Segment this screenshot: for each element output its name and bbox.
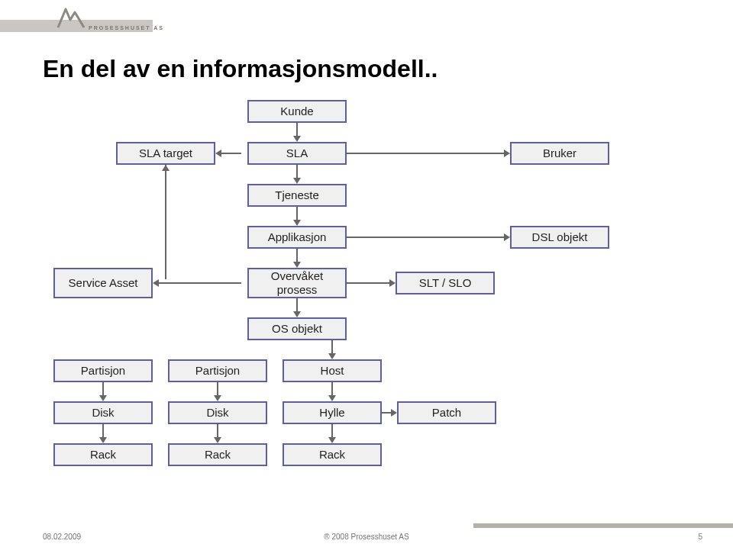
node-partisjon-2: Partisjon — [168, 359, 267, 382]
conn-line — [296, 249, 298, 262]
page-title: En del av en informasjonsmodell.. — [43, 55, 690, 83]
node-disk-2: Disk — [168, 401, 267, 424]
node-host: Host — [283, 359, 382, 382]
arrow-down-icon — [293, 262, 301, 268]
arrow-down-icon — [99, 437, 107, 443]
node-patch: Patch — [397, 401, 496, 424]
arrow-down-icon — [293, 311, 301, 317]
conn-line — [296, 298, 298, 311]
arrow-down-icon — [214, 395, 221, 401]
arrow-right-icon — [504, 150, 510, 157]
conn-line — [217, 382, 218, 395]
arrow-down-icon — [99, 395, 107, 401]
node-hylle: Hylle — [283, 401, 382, 424]
logo: PROSESSHUSET AS — [55, 6, 164, 29]
arrow-down-icon — [328, 395, 336, 401]
arrow-left-icon — [215, 150, 221, 157]
footer-page-number: 5 — [698, 533, 702, 541]
node-rack-1: Rack — [53, 443, 153, 466]
node-overvaket-prosess: Overvåket prosess — [247, 268, 347, 298]
conn-line — [347, 282, 389, 284]
conn-line — [347, 237, 504, 238]
conn-line — [296, 207, 298, 220]
slide-content: En del av en informasjonsmodell.. Kunde … — [0, 37, 733, 523]
arrow-right-icon — [389, 279, 396, 287]
node-tjeneste: Tjeneste — [247, 184, 347, 207]
node-slt-slo: SLT / SLO — [396, 272, 495, 294]
arrow-left-icon — [153, 279, 159, 287]
footer-date: 08.02.2009 — [43, 533, 81, 541]
node-dsl-objekt: DSL objekt — [510, 226, 609, 249]
footer: 08.02.2009 ® 2008 Prosesshuset AS 5 — [0, 523, 733, 546]
conn-line — [347, 153, 504, 154]
conn-line — [296, 165, 298, 178]
conn-line — [331, 340, 333, 353]
logo-mark-icon — [55, 6, 86, 29]
arrow-down-icon — [293, 178, 301, 184]
conn-line — [331, 382, 333, 395]
node-rack-3: Rack — [283, 443, 382, 466]
node-partisjon-1: Partisjon — [53, 359, 153, 382]
node-service-asset: Service Asset — [53, 268, 153, 298]
node-applikasjon: Applikasjon — [247, 226, 347, 249]
arrow-down-icon — [293, 136, 301, 142]
arrow-down-icon — [293, 220, 301, 226]
conn-line — [296, 123, 298, 136]
conn-line — [165, 165, 166, 279]
conn-line — [217, 424, 218, 437]
node-kunde: Kunde — [247, 100, 347, 123]
arrow-down-icon — [328, 353, 336, 359]
arrow-down-icon — [328, 437, 336, 443]
logo-text: PROSESSHUSET AS — [89, 25, 164, 31]
node-rack-2: Rack — [168, 443, 267, 466]
arrow-right-icon — [391, 409, 397, 417]
node-sla: SLA — [247, 142, 347, 165]
conn-line — [382, 412, 391, 414]
arrow-right-icon — [504, 233, 510, 241]
footer-copyright: ® 2008 Prosesshuset AS — [324, 533, 408, 541]
conn-line — [159, 282, 241, 284]
arrow-down-icon — [214, 437, 221, 443]
node-sla-target: SLA target — [116, 142, 215, 165]
conn-line — [331, 424, 333, 437]
node-bruker: Bruker — [510, 142, 609, 165]
conn-line — [102, 424, 104, 437]
footer-accent-bar — [473, 523, 733, 528]
node-os-objekt: OS objekt — [247, 317, 347, 340]
conn-line — [221, 153, 241, 154]
arrow-up-icon — [162, 165, 170, 171]
conn-line — [102, 382, 104, 395]
diagram: Kunde SLA target SLA Bruker Tjeneste App… — [43, 100, 690, 497]
node-disk-1: Disk — [53, 401, 153, 424]
